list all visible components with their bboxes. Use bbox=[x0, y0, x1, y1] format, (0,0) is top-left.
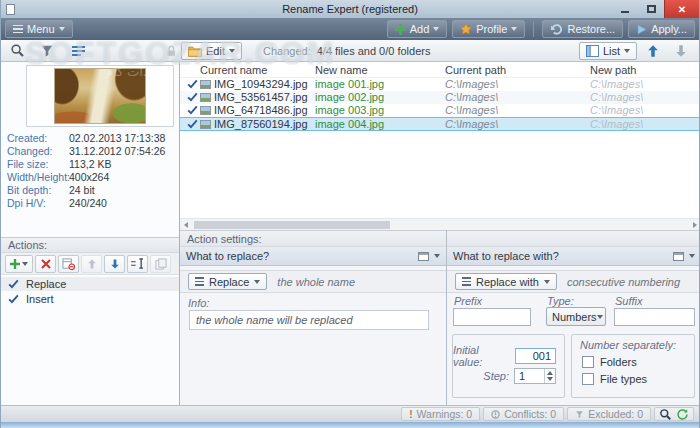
column-header-current-name[interactable]: Current name bbox=[200, 64, 267, 76]
profile-button[interactable]: Profile bbox=[452, 20, 525, 38]
column-header-current-path[interactable]: Current path bbox=[445, 64, 506, 76]
rename-action-button[interactable] bbox=[127, 255, 148, 273]
action-item-replace[interactable]: Replace bbox=[1, 277, 179, 291]
conflict-icon bbox=[491, 410, 500, 419]
settings-divider-vertical[interactable] bbox=[446, 230, 447, 405]
view-mode-dropdown[interactable]: List bbox=[579, 42, 637, 60]
move-action-up-button[interactable] bbox=[81, 255, 102, 273]
checkmark-icon[interactable] bbox=[8, 279, 19, 289]
close-button[interactable]: ✕ bbox=[664, 0, 699, 18]
number-separately-label: Number separately: bbox=[580, 339, 676, 351]
search-button[interactable] bbox=[5, 41, 29, 61]
action-item-insert[interactable]: Insert bbox=[1, 292, 179, 306]
number-separately-groupbox: Number separately: Folders File types bbox=[571, 334, 695, 398]
warning-icon: ! bbox=[409, 409, 412, 420]
chevron-down-icon[interactable] bbox=[434, 254, 440, 258]
warnings-label: Warnings: 0 bbox=[417, 408, 473, 420]
image-file-icon bbox=[200, 80, 211, 89]
clear-list-icon bbox=[62, 258, 75, 270]
window-title: Rename Expert (registered) bbox=[1, 3, 699, 15]
filter-button[interactable] bbox=[35, 41, 59, 61]
file-row-selected[interactable]: IMG_87560194.jpg image 004.jpg C:\Images… bbox=[180, 117, 700, 131]
prefix-input[interactable] bbox=[453, 308, 531, 326]
warnings-status: ! Warnings: 0 bbox=[401, 407, 480, 421]
panel-window-icon[interactable] bbox=[418, 252, 429, 261]
replace-mode-dropdown[interactable]: Replace bbox=[188, 273, 267, 290]
file-row[interactable]: IMG_10943294.jpg image 001.jpg C:\Images… bbox=[180, 78, 700, 91]
restore-button[interactable]: Restore... bbox=[542, 20, 623, 38]
horizontal-scrollbar[interactable] bbox=[180, 218, 700, 230]
file-types-checkbox-row[interactable]: File types bbox=[582, 373, 647, 385]
remove-all-actions-button[interactable] bbox=[58, 255, 79, 273]
replace-with-panel-title: What to replace with? bbox=[453, 250, 673, 262]
new-path-cell: C:\Images\ bbox=[590, 104, 643, 116]
type-dropdown[interactable]: Numbers bbox=[546, 307, 606, 326]
minimize-button[interactable] bbox=[612, 0, 638, 18]
spinner-up-icon[interactable] bbox=[547, 371, 553, 375]
replace-with-mode-dropdown[interactable]: Replace with bbox=[455, 273, 557, 290]
step-stepper[interactable]: 1 bbox=[514, 368, 556, 384]
current-name-cell: IMG_87560194.jpg bbox=[214, 118, 308, 130]
checkmark-icon[interactable] bbox=[187, 92, 198, 102]
changed-label: Changed: bbox=[263, 45, 311, 57]
numbering-groupbox: Initial value: 001 Step: 1 bbox=[452, 334, 565, 398]
scroll-right-button[interactable] bbox=[689, 222, 700, 228]
chevron-down-icon bbox=[22, 262, 28, 266]
current-path-cell: C:\Images\ bbox=[445, 104, 498, 116]
folders-checkbox-row[interactable]: Folders bbox=[582, 356, 637, 368]
star-icon bbox=[460, 23, 472, 35]
refresh-icon[interactable] bbox=[676, 408, 689, 421]
initial-value-input[interactable]: 001 bbox=[515, 348, 556, 364]
replace-with-mode-label: Replace with bbox=[476, 276, 539, 288]
main-toolbar: Menu Add Profile Restore... Apply... bbox=[1, 18, 699, 40]
maximize-icon bbox=[647, 5, 656, 13]
play-icon bbox=[636, 24, 647, 35]
file-types-checkbox[interactable] bbox=[582, 373, 594, 385]
chevron-down-icon bbox=[229, 49, 235, 53]
add-button[interactable]: Add bbox=[387, 20, 448, 38]
profile-label: Profile bbox=[476, 23, 507, 35]
funnel-icon bbox=[575, 410, 584, 419]
checkmark-icon[interactable] bbox=[187, 79, 198, 89]
scrollbar-thumb[interactable] bbox=[194, 221, 390, 229]
changed-value: 4/4 files and 0/0 folders bbox=[317, 45, 431, 57]
scroll-left-button[interactable] bbox=[180, 222, 192, 228]
suffix-input[interactable] bbox=[614, 308, 695, 326]
add-action-button[interactable] bbox=[5, 255, 33, 273]
column-header-new-path[interactable]: New path bbox=[590, 64, 636, 76]
folders-checkbox[interactable] bbox=[582, 356, 594, 368]
apply-button[interactable]: Apply... bbox=[628, 20, 695, 38]
edit-button[interactable]: Edit bbox=[181, 42, 242, 60]
panel-window-icon[interactable] bbox=[673, 252, 684, 261]
replace-panel-title: What to replace? bbox=[186, 250, 418, 262]
arrow-down-icon bbox=[674, 44, 688, 58]
move-down-button[interactable] bbox=[669, 41, 693, 61]
menu-button[interactable]: Menu bbox=[5, 20, 73, 38]
checkmark-icon[interactable] bbox=[187, 105, 198, 115]
checkmark-icon[interactable] bbox=[8, 294, 19, 304]
search-icon[interactable] bbox=[659, 408, 672, 421]
remove-action-button[interactable] bbox=[35, 255, 56, 273]
info-label: Info: bbox=[188, 297, 209, 309]
duplicate-action-button[interactable] bbox=[150, 255, 171, 273]
chevron-down-icon[interactable] bbox=[689, 254, 695, 258]
move-action-down-button[interactable] bbox=[104, 255, 125, 273]
panel-divider-vertical[interactable] bbox=[179, 62, 180, 405]
file-row[interactable]: IMG_64718486.jpg image 003.jpg C:\Images… bbox=[180, 104, 700, 117]
column-header-new-name[interactable]: New name bbox=[315, 64, 368, 76]
new-path-cell: C:\Images\ bbox=[590, 91, 643, 103]
file-row[interactable]: IMG_53561457.jpg image 002.jpg C:\Images… bbox=[180, 91, 700, 104]
image-file-icon bbox=[200, 120, 211, 129]
replace-with-panel-titlebar: What to replace with? bbox=[447, 247, 700, 266]
meta-label: Dpi H/V: bbox=[7, 197, 69, 209]
status-tools bbox=[654, 407, 694, 421]
spinner-down-icon[interactable] bbox=[547, 377, 553, 381]
checkmark-icon[interactable] bbox=[187, 119, 198, 129]
lock-icon[interactable] bbox=[164, 44, 178, 58]
maximize-button[interactable] bbox=[638, 0, 664, 18]
search-icon bbox=[10, 43, 25, 58]
replace-panel: What to replace? Replace the whole name … bbox=[180, 247, 446, 405]
scroll-right-icon bbox=[693, 222, 697, 228]
move-up-button[interactable] bbox=[641, 41, 665, 61]
details-toggle-button[interactable] bbox=[67, 41, 91, 61]
